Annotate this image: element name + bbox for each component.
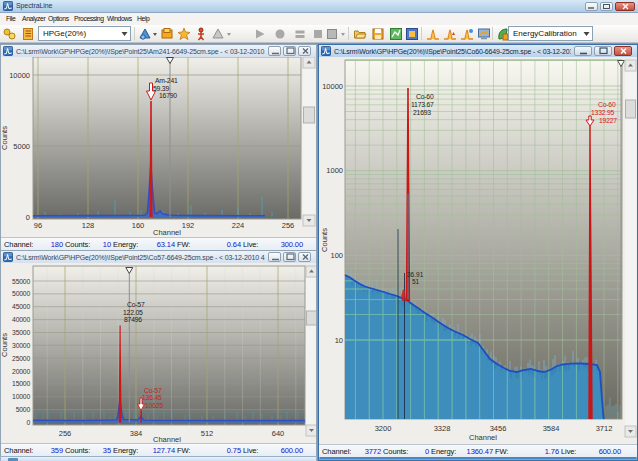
svg-text:0: 0 <box>26 213 30 222</box>
svg-text:21693: 21693 <box>413 109 431 116</box>
svg-text:256: 256 <box>59 429 72 438</box>
svg-text:3456: 3456 <box>490 424 507 433</box>
svg-text:160: 160 <box>132 221 145 230</box>
svg-text:5000: 5000 <box>13 142 30 151</box>
svg-text:51: 51 <box>412 278 420 285</box>
svg-text:40000: 40000 <box>12 316 30 323</box>
svg-text:0: 0 <box>26 419 30 426</box>
svg-text:640: 640 <box>272 429 285 438</box>
svg-text:224: 224 <box>232 221 245 230</box>
svg-text:30000: 30000 <box>12 342 30 349</box>
svg-text:3584: 3584 <box>543 424 560 433</box>
svg-text:96: 96 <box>34 221 42 230</box>
svg-text:35000: 35000 <box>12 329 30 336</box>
svg-text:1173.67: 1173.67 <box>411 101 434 108</box>
svg-text:10000: 10000 <box>9 71 30 80</box>
svg-text:Co-60: Co-60 <box>416 93 434 100</box>
svg-text:256: 256 <box>282 221 295 230</box>
svg-text:87496: 87496 <box>124 316 142 323</box>
svg-text:10625: 10625 <box>145 402 163 409</box>
svg-text:59.39: 59.39 <box>153 85 169 92</box>
svg-text:15000: 15000 <box>12 380 30 387</box>
svg-text:128: 128 <box>82 221 95 230</box>
svg-text:192: 192 <box>182 221 195 230</box>
svg-text:Co-57: Co-57 <box>127 301 145 308</box>
svg-text:55000: 55000 <box>12 278 30 285</box>
svg-text:16790: 16790 <box>159 92 177 99</box>
svg-text:3712: 3712 <box>596 424 613 433</box>
svg-text:Channel: Channel <box>153 228 181 237</box>
svg-text:10000: 10000 <box>322 82 343 91</box>
svg-text:45000: 45000 <box>12 303 30 310</box>
svg-text:Counts: Counts <box>1 333 9 357</box>
svg-text:136.45: 136.45 <box>142 394 162 401</box>
svg-text:36.91: 36.91 <box>407 271 424 278</box>
svg-text:Channel: Channel <box>469 433 497 442</box>
svg-text:1332.95: 1332.95 <box>591 109 615 116</box>
svg-text:Am-241: Am-241 <box>155 77 178 84</box>
svg-text:100: 100 <box>330 251 343 260</box>
svg-text:1000: 1000 <box>326 166 343 175</box>
svg-text:25000: 25000 <box>12 355 30 362</box>
svg-text:20000: 20000 <box>12 368 30 375</box>
svg-text:10000: 10000 <box>12 393 30 400</box>
svg-text:122.05: 122.05 <box>123 309 143 316</box>
svg-text:19227: 19227 <box>599 117 617 124</box>
svg-text:10: 10 <box>335 336 343 345</box>
svg-text:Counts: Counts <box>320 228 329 252</box>
svg-text:3200: 3200 <box>375 424 392 433</box>
svg-text:512: 512 <box>201 429 214 438</box>
svg-text:5000: 5000 <box>16 406 31 413</box>
svg-text:384: 384 <box>130 429 143 438</box>
svg-text:Co-60: Co-60 <box>598 101 616 108</box>
svg-text:Co-57: Co-57 <box>144 387 162 394</box>
svg-text:3328: 3328 <box>434 424 451 433</box>
svg-text:50000: 50000 <box>12 290 30 297</box>
svg-text:Counts: Counts <box>1 126 9 150</box>
